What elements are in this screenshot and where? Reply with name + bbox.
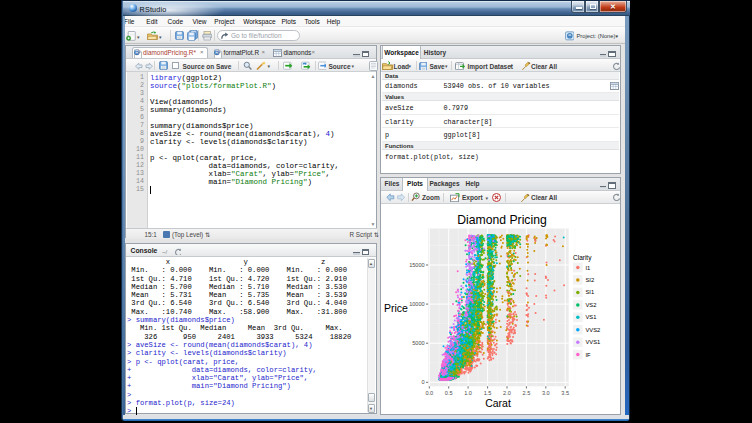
svg-text:3.5: 3.5 [561, 390, 569, 396]
svg-text:VVS1: VVS1 [586, 339, 601, 345]
svg-text:10000: 10000 [409, 301, 425, 307]
svg-text:VS1: VS1 [586, 314, 597, 320]
svg-text:Diamond Pricing: Diamond Pricing [457, 213, 546, 227]
svg-text:1.5: 1.5 [484, 390, 492, 396]
svg-text:VVS2: VVS2 [586, 327, 601, 333]
svg-text:0: 0 [422, 379, 425, 385]
svg-text:0.5: 0.5 [445, 390, 453, 396]
svg-text:0.0: 0.0 [425, 390, 433, 396]
svg-text:2.0: 2.0 [503, 390, 511, 396]
svg-text:Carat: Carat [485, 397, 511, 409]
svg-text:I1: I1 [586, 265, 591, 271]
svg-text:5000: 5000 [412, 340, 424, 346]
svg-text:SI1: SI1 [586, 289, 595, 295]
svg-text:VS2: VS2 [586, 302, 597, 308]
svg-text:IF: IF [586, 352, 592, 358]
svg-text:Clarity: Clarity [573, 254, 592, 262]
svg-text:2.5: 2.5 [523, 390, 531, 396]
svg-text:15000: 15000 [409, 262, 425, 268]
svg-text:SI2: SI2 [586, 277, 595, 283]
svg-text:3.0: 3.0 [542, 390, 550, 396]
svg-text:1.0: 1.0 [464, 390, 472, 396]
svg-text:Price: Price [384, 302, 408, 314]
